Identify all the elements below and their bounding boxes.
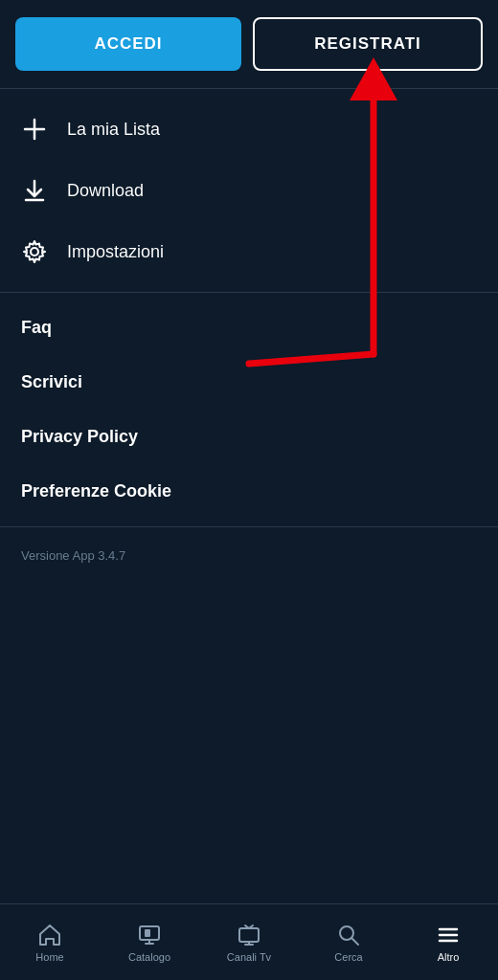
svg-rect-12 bbox=[239, 928, 259, 942]
home-icon bbox=[37, 923, 62, 947]
icon-menu-section: La mia Lista Download Impostazioni bbox=[0, 89, 498, 292]
version-section: Versione App 3.4.7 bbox=[0, 526, 498, 583]
nav-item-canali-tv[interactable]: Canali Tv bbox=[220, 923, 278, 963]
menu-item-preferenze-cookie[interactable]: Preferenze Cookie bbox=[0, 464, 498, 519]
menu-item-faq[interactable]: Faq bbox=[0, 301, 498, 355]
accedi-button[interactable]: ACCEDI bbox=[15, 17, 241, 71]
registrati-button[interactable]: REGISTRATI bbox=[253, 17, 483, 71]
nav-item-cerca[interactable]: Cerca bbox=[320, 923, 377, 963]
nav-catalogo-label: Catalogo bbox=[128, 951, 170, 963]
nav-cerca-label: Cerca bbox=[334, 951, 362, 963]
text-menu-section: Faq Scrivici Privacy Policy Preferenze C… bbox=[0, 293, 498, 526]
nav-home-label: Home bbox=[35, 951, 63, 963]
svg-rect-9 bbox=[145, 929, 150, 937]
download-label: Download bbox=[67, 181, 144, 201]
gear-icon bbox=[21, 238, 48, 265]
svg-point-4 bbox=[31, 248, 38, 256]
impostazioni-label: Impostazioni bbox=[67, 242, 164, 262]
menu-item-scrivici[interactable]: Scrivici bbox=[0, 355, 498, 410]
version-text: Versione App 3.4.7 bbox=[21, 548, 125, 563]
nav-item-home[interactable]: Home bbox=[21, 923, 79, 963]
catalogo-icon bbox=[137, 923, 162, 947]
la-mia-lista-label: La mia Lista bbox=[67, 120, 160, 140]
menu-icon bbox=[436, 923, 461, 947]
bottom-nav: Home Catalogo Canali Tv bbox=[0, 903, 498, 980]
header-buttons: ACCEDI REGISTRATI bbox=[0, 0, 498, 88]
nav-item-catalogo[interactable]: Catalogo bbox=[121, 923, 178, 963]
download-icon bbox=[21, 177, 48, 204]
plus-icon bbox=[21, 116, 48, 143]
menu-item-la-mia-lista[interactable]: La mia Lista bbox=[0, 99, 498, 160]
nav-item-altro[interactable]: Altro bbox=[419, 923, 477, 963]
menu-item-download[interactable]: Download bbox=[0, 160, 498, 221]
svg-line-18 bbox=[351, 938, 358, 945]
menu-item-privacy-policy[interactable]: Privacy Policy bbox=[0, 410, 498, 464]
nav-canali-tv-label: Canali Tv bbox=[227, 951, 271, 963]
nav-altro-label: Altro bbox=[438, 951, 460, 963]
search-icon bbox=[336, 923, 361, 947]
canali-tv-icon bbox=[237, 923, 261, 947]
menu-item-impostazioni[interactable]: Impostazioni bbox=[0, 221, 498, 282]
